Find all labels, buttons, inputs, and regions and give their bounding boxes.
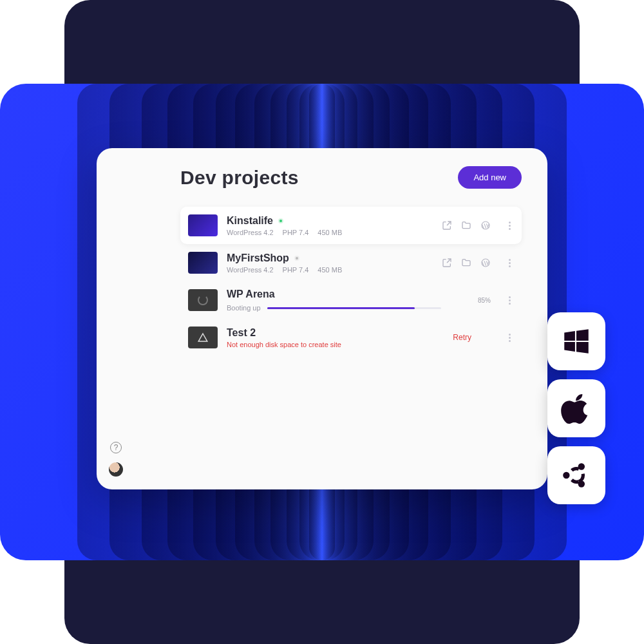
project-thumb (188, 252, 218, 274)
folder-icon[interactable] (461, 258, 471, 268)
boot-label: Booting up (227, 304, 261, 312)
more-menu[interactable] (505, 222, 514, 230)
error-message: Not enough disk space to create site (227, 341, 444, 348)
windows-download[interactable] (547, 312, 605, 370)
progress-fill (267, 307, 415, 309)
left-rail: ? (97, 148, 135, 489)
svg-point-3 (578, 463, 585, 469)
projects-panel: ? Dev projects Add new Kinstalife WordPr… (97, 148, 547, 489)
wp-version: WordPress 4.2 (227, 229, 274, 236)
more-menu[interactable] (505, 259, 514, 267)
status-dot-running (278, 218, 283, 223)
open-external-icon[interactable] (442, 258, 452, 268)
progress-percent: 85% (478, 297, 491, 304)
svg-point-2 (563, 472, 569, 478)
ubuntu-download[interactable] (547, 446, 605, 504)
open-external-icon[interactable] (442, 220, 452, 231)
more-menu[interactable] (505, 296, 514, 305)
warning-icon (197, 332, 209, 343)
site-size: 450 MB (317, 266, 342, 274)
wp-version: WordPress 4.2 (227, 266, 274, 274)
project-row[interactable]: Test 2 Not enough disk space to create s… (180, 319, 522, 356)
apple-download[interactable] (547, 379, 605, 437)
project-name: Kinstalife (227, 215, 273, 227)
project-row[interactable]: Kinstalife WordPress 4.2 PHP 7.4 450 MB (180, 207, 522, 244)
wordpress-icon[interactable] (480, 220, 491, 231)
ubuntu-icon (560, 459, 592, 491)
php-version: PHP 7.4 (283, 266, 309, 274)
project-thumb-loading (188, 289, 218, 311)
avatar[interactable] (109, 462, 123, 477)
add-new-button[interactable]: Add new (458, 166, 522, 189)
apple-icon (560, 392, 592, 424)
wordpress-icon[interactable] (480, 258, 491, 268)
retry-button[interactable]: Retry (453, 333, 471, 342)
php-version: PHP 7.4 (283, 229, 309, 236)
folder-icon[interactable] (461, 220, 471, 231)
help-icon[interactable]: ? (110, 442, 122, 453)
project-name: Test 2 (227, 327, 256, 339)
project-name: WP Arena (227, 289, 275, 300)
project-thumb-warning (188, 327, 218, 348)
spinner-icon (198, 295, 208, 305)
project-name: MyFirstShop (227, 252, 289, 264)
os-download-stack (547, 312, 605, 504)
project-thumb (188, 214, 218, 236)
page-title: Dev projects (180, 167, 299, 189)
project-row[interactable]: MyFirstShop WordPress 4.2 PHP 7.4 450 MB (180, 244, 522, 281)
status-dot-stopped (294, 256, 299, 261)
windows-icon (560, 325, 592, 357)
more-menu[interactable] (505, 334, 514, 342)
site-size: 450 MB (317, 229, 342, 236)
progress-bar (267, 307, 441, 309)
project-row[interactable]: WP Arena Booting up 85% (180, 281, 522, 319)
